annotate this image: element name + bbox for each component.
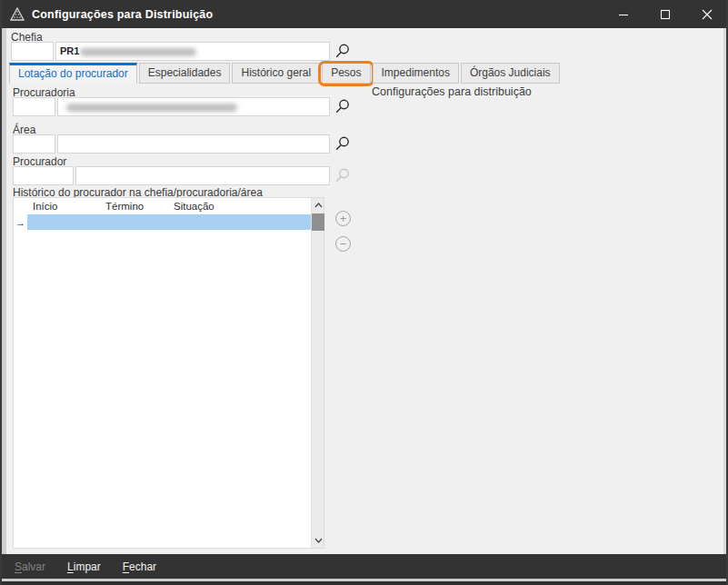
clear-button[interactable]: Limpar xyxy=(67,560,101,573)
window-controls xyxy=(603,0,728,28)
window-frame-right xyxy=(723,28,726,579)
tab-historico-geral[interactable]: Histórico geral xyxy=(232,63,320,84)
chefia-search-icon[interactable] xyxy=(334,43,351,59)
tab-pesos[interactable]: Pesos xyxy=(322,63,370,84)
grid-header-termino: Término xyxy=(100,201,168,212)
scroll-up-icon[interactable] xyxy=(312,198,324,213)
tab-orgaos-judiciais[interactable]: Órgãos Judiciais xyxy=(461,63,560,84)
titlebar: Configurações para Distribuição xyxy=(0,0,728,28)
grid-header-inicio: Início xyxy=(27,201,100,212)
area-code-input[interactable] xyxy=(13,134,55,154)
app-window: Configurações para Distribuição Chefia P… xyxy=(0,0,728,585)
minimize-button[interactable] xyxy=(603,0,644,28)
tab-label: Histórico geral xyxy=(241,66,311,79)
row-marker-arrow: → xyxy=(14,214,27,230)
tab-label: Impedimentos xyxy=(382,66,450,79)
grid-scrollbar[interactable] xyxy=(311,198,324,548)
redacted-text xyxy=(66,104,237,112)
window-title: Configurações para Distribuição xyxy=(32,8,213,21)
footer-bar: Salvar Limpar Fechar xyxy=(2,554,726,579)
window-frame-left xyxy=(2,28,6,579)
close-button[interactable] xyxy=(686,0,728,28)
window-edge-bottom xyxy=(0,581,728,585)
close-window-button[interactable]: Fechar xyxy=(123,560,156,573)
tabstrip: Lotação do procurador Especialidades His… xyxy=(9,63,562,84)
tab-impedimentos[interactable]: Impedimentos xyxy=(373,63,459,84)
grid-header-situacao: Situação xyxy=(168,201,324,212)
procurador-code-input[interactable] xyxy=(13,166,74,185)
app-logo-triangle-icon xyxy=(10,7,25,22)
table-row-selected[interactable]: → xyxy=(14,214,312,230)
procurador-name-input[interactable] xyxy=(75,166,330,185)
scroll-down-icon[interactable] xyxy=(312,533,324,548)
chefia-value-prefix: PR1 xyxy=(60,45,79,56)
tab-label: Especialidades xyxy=(148,66,222,79)
procuradoria-code-input[interactable] xyxy=(13,97,55,116)
tab-especialidades[interactable]: Especialidades xyxy=(139,63,231,84)
chefia-name-input[interactable]: PR1 xyxy=(55,42,330,61)
tab-label: Órgãos Judiciais xyxy=(470,66,551,79)
maximize-button[interactable] xyxy=(644,0,686,28)
grid-header: Início Término Situação xyxy=(14,198,324,214)
right-panel-title: Configurações para distribuição xyxy=(372,85,532,98)
history-grid: Início Término Situação → xyxy=(13,197,324,549)
save-button: Salvar xyxy=(15,560,45,573)
tab-label: Pesos xyxy=(331,66,361,79)
tab-lotacao-do-procurador[interactable]: Lotação do procurador xyxy=(9,63,137,84)
redacted-text xyxy=(80,48,196,56)
chefia-code-input[interactable] xyxy=(11,42,54,61)
selected-row-highlight xyxy=(27,214,312,230)
procurador-search-icon xyxy=(334,167,351,183)
procuradoria-search-icon[interactable] xyxy=(334,98,351,114)
add-row-icon[interactable]: + xyxy=(335,211,351,226)
procuradoria-name-input[interactable] xyxy=(57,97,330,116)
area-search-icon[interactable] xyxy=(334,135,351,152)
remove-row-icon[interactable]: − xyxy=(335,236,351,252)
area-name-input[interactable] xyxy=(57,134,330,154)
scrollbar-thumb[interactable] xyxy=(312,213,324,231)
tab-label: Lotação do procurador xyxy=(18,67,128,80)
